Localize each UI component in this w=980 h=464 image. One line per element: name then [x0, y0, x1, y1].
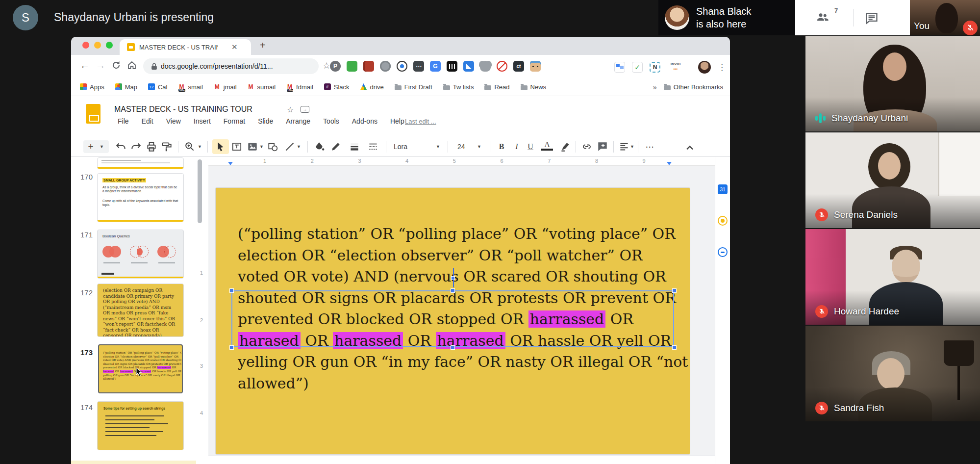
more-options-button[interactable]: ⋯ [644, 141, 655, 153]
chrome-menu-icon[interactable]: ⋮ [718, 62, 723, 73]
menu-arrange[interactable]: Arrange [286, 117, 310, 125]
self-mic-off-icon[interactable] [963, 21, 978, 35]
paint-format-button[interactable] [161, 141, 173, 153]
tab-close-icon[interactable]: ✕ [231, 43, 238, 52]
margin-marker-right[interactable] [667, 162, 672, 165]
bookmark-item[interactable]: drive [360, 83, 384, 91]
slide-thumbnail-172[interactable]: (election OR campaign OR candidate OR pr… [97, 284, 184, 337]
keep-icon[interactable] [718, 216, 728, 226]
other-bookmarks[interactable]: Other Bookmarks [664, 83, 723, 91]
bookmark-item[interactable]: M100+fdmail [286, 83, 313, 91]
delta-extension-icon[interactable] [463, 61, 474, 72]
bookmark-item[interactable]: Tw lists [443, 83, 474, 91]
reload-button[interactable] [111, 60, 121, 70]
bookmark-item[interactable]: Apps [80, 83, 104, 91]
menu-view[interactable]: View [166, 117, 181, 125]
slide-thumbnail-171[interactable]: Boolean Queries [97, 230, 184, 279]
video-tile-shaydanay[interactable]: Shaydanay Urbani [805, 36, 980, 131]
bookmark-star-icon[interactable]: ☆ [323, 60, 330, 71]
image-dropdown-icon[interactable]: ▼ [259, 144, 264, 149]
evernote-extension-icon[interactable] [347, 61, 357, 72]
bookmark-item[interactable]: Msumail [248, 83, 276, 91]
menu-slide[interactable]: Slide [258, 117, 273, 125]
highlight-color-button[interactable] [559, 141, 571, 153]
self-video-tile[interactable]: You [910, 0, 980, 35]
slide-thumbnail-partial[interactable] [97, 157, 184, 169]
menu-edit[interactable]: Edit [142, 117, 153, 125]
pinterest-extension-icon[interactable]: P [330, 61, 341, 72]
bookmark-item[interactable]: Read [484, 83, 509, 91]
bookmarks-overflow-chevron[interactable]: » [653, 83, 657, 91]
insert-line-button[interactable] [284, 141, 296, 153]
zoom-dropdown-icon[interactable]: ▼ [198, 144, 202, 149]
text-color-button[interactable]: A [541, 141, 553, 151]
move-to-folder-icon[interactable]: → [301, 106, 309, 113]
bookmark-item[interactable]: M100+smail [178, 83, 202, 91]
bookmark-item[interactable]: First Draft [395, 83, 432, 91]
maximize-window-button[interactable] [106, 42, 113, 49]
undo-button[interactable] [115, 141, 127, 153]
video-tile-sandra[interactable]: Sandra Fish [805, 326, 980, 421]
bookmark-item[interactable]: 12Cal [148, 83, 168, 91]
video-tile-howard[interactable]: Howard Hardee [805, 229, 980, 325]
eye-extension-icon[interactable] [397, 61, 407, 72]
camera-extension-icon[interactable] [380, 61, 391, 72]
insert-image-button[interactable] [247, 141, 258, 153]
collapse-toolbar-icon[interactable] [684, 142, 696, 154]
speaker-notes-divider[interactable] [208, 456, 715, 464]
menu-file[interactable]: File [118, 117, 129, 125]
menu-tools[interactable]: Tools [323, 117, 339, 125]
bookmark-item[interactable]: #Slack [324, 83, 350, 91]
book-extension-icon[interactable] [363, 61, 374, 72]
blocker-extension-icon[interactable] [497, 61, 507, 72]
selection-handle[interactable] [672, 345, 677, 350]
font-size-dropdown-icon[interactable]: ▼ [477, 144, 481, 149]
document-title[interactable]: MASTER DECK - US TRAINING TOUR [114, 105, 252, 114]
back-button[interactable]: ← [80, 60, 90, 71]
menu-insert[interactable]: Insert [194, 117, 211, 125]
bookmark-item[interactable]: Mjmail [214, 83, 237, 91]
invid-extension-icon[interactable]: InVID▪▪▪ [667, 62, 684, 73]
new-slide-dropdown-icon[interactable]: ▼ [100, 144, 104, 149]
menu-help[interactable]: Help [390, 117, 404, 125]
text-box-button[interactable] [231, 141, 243, 153]
ct-extension-icon[interactable]: ct [513, 61, 524, 72]
selection-handle[interactable] [672, 288, 677, 293]
border-dash-button[interactable] [367, 141, 379, 153]
trash-extension-icon[interactable] [447, 61, 457, 72]
text-selection-box[interactable] [231, 290, 674, 347]
minimize-window-button[interactable] [94, 42, 101, 49]
calendar-icon[interactable]: 31 [718, 184, 728, 194]
selection-handle[interactable] [229, 345, 234, 350]
line-dropdown-icon[interactable]: ▼ [297, 144, 301, 149]
slide-thumbnail-170[interactable]: SMALL GROUP ACTIVITY As a group, think o… [97, 173, 184, 222]
chrome-profile-avatar[interactable] [698, 61, 711, 74]
selection-handle[interactable] [451, 288, 455, 293]
print-button[interactable] [146, 141, 157, 153]
tiles-extension-icon[interactable] [614, 62, 625, 73]
italic-button[interactable]: I [511, 141, 523, 153]
font-family-select[interactable]: Lora [394, 143, 407, 151]
slides-logo[interactable] [86, 104, 101, 124]
new-slide-plus-icon[interactable]: + [85, 141, 97, 153]
insert-comment-button[interactable] [597, 141, 608, 153]
browser-tab[interactable]: MASTER DECK - US TRAINING ✕ [120, 39, 251, 55]
participants-icon[interactable] [816, 11, 830, 25]
new-tab-button[interactable]: + [260, 40, 266, 51]
also-here-toast[interactable]: Shana Black is also here [658, 0, 795, 35]
bookmark-item[interactable]: Map [115, 83, 137, 91]
font-dropdown-icon[interactable]: ▼ [436, 144, 440, 149]
tasks-icon[interactable] [718, 247, 728, 257]
align-button[interactable] [618, 141, 630, 153]
menu-format[interactable]: Format [224, 117, 245, 125]
insert-shape-button[interactable] [267, 141, 279, 153]
slide-thumbnail-174[interactable]: Some tips for setting up search strings [97, 401, 184, 450]
align-dropdown-icon[interactable]: ▼ [630, 144, 634, 149]
insert-link-button[interactable] [581, 141, 593, 153]
selection-handle[interactable] [229, 288, 234, 293]
forward-button[interactable]: → [96, 60, 105, 71]
font-size-select[interactable]: 24 [457, 143, 465, 151]
close-window-button[interactable] [82, 42, 89, 49]
border-weight-button[interactable] [349, 141, 360, 153]
more-extension-icon[interactable]: ⋯ [413, 61, 424, 72]
